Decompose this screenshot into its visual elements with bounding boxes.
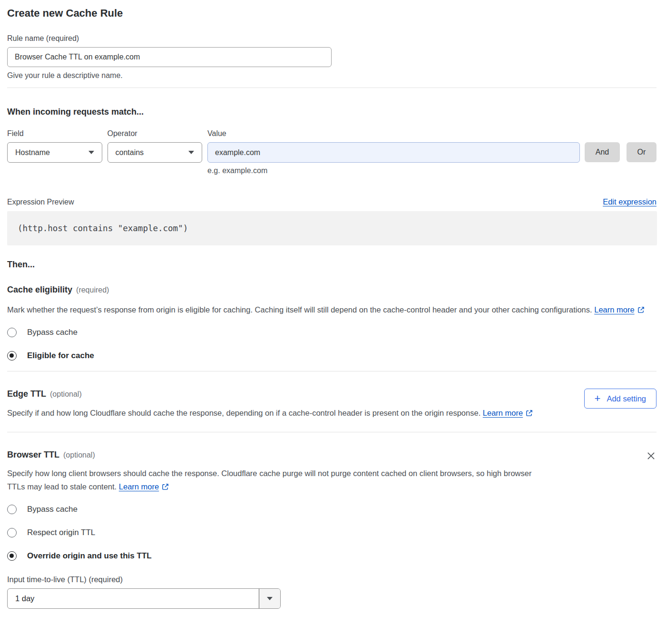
create-cache-rule-form: Create new Cache Rule Rule name (require…: [0, 0, 666, 644]
browser-ttl-description: Specify how long client browsers should …: [7, 467, 540, 494]
value-input[interactable]: [207, 142, 580, 163]
operator-select-value: contains: [116, 148, 144, 157]
remove-browser-ttl-button[interactable]: [646, 450, 656, 461]
chevron-down-icon: [88, 151, 94, 154]
learn-more-link[interactable]: Learn more: [483, 409, 523, 417]
value-help: e.g. example.com: [207, 166, 580, 175]
expression-code-block: (http.host contains "example.com"): [7, 211, 657, 245]
radio-selected-icon[interactable]: [7, 551, 17, 561]
external-link-icon: [162, 481, 169, 494]
value-label: Value: [207, 129, 580, 138]
match-heading: When incoming requests match...: [7, 107, 656, 117]
edge-ttl-heading: Edge TTL: [7, 389, 46, 399]
add-setting-button[interactable]: + Add setting: [584, 389, 656, 409]
chevron-down-icon: [267, 597, 273, 600]
operator-label: Operator: [108, 129, 203, 138]
external-link-icon: [526, 407, 533, 420]
then-heading: Then...: [7, 259, 656, 270]
learn-more-link[interactable]: Learn more: [594, 305, 634, 314]
page-title: Create new Cache Rule: [7, 7, 656, 20]
section-divider: [7, 88, 656, 88]
chevron-down-icon: [188, 151, 194, 154]
operator-select[interactable]: contains: [108, 142, 203, 163]
ttl-select-arrow[interactable]: [259, 589, 280, 608]
ttl-input-label: Input time-to-live (TTL) (required): [7, 575, 656, 584]
expression-preview-label: Expression Preview: [7, 197, 74, 206]
radio-eligible-for-cache[interactable]: Eligible for cache: [7, 351, 656, 361]
radio-bypass-cache[interactable]: Bypass cache: [7, 505, 656, 514]
ttl-select-value: 1 day: [8, 589, 259, 608]
edit-expression-link[interactable]: Edit expression: [603, 197, 656, 206]
close-icon: [646, 451, 656, 460]
radio-respect-origin-ttl[interactable]: Respect origin TTL: [7, 528, 656, 537]
section-divider: [7, 432, 656, 432]
external-link-icon: [637, 304, 645, 317]
edge-ttl-description: Specify if and how long Cloudflare shoul…: [7, 406, 533, 420]
field-select[interactable]: Hostname: [7, 142, 102, 163]
optional-tag: (optional): [50, 390, 82, 398]
radio-bypass-cache[interactable]: Bypass cache: [7, 328, 656, 337]
radio-override-origin-ttl[interactable]: Override origin and use this TTL: [7, 551, 656, 561]
expression-code: (http.host contains "example.com"): [18, 224, 188, 233]
radio-icon[interactable]: [7, 505, 17, 514]
cache-eligibility-description: Mark whether the request’s response from…: [7, 303, 647, 317]
rule-name-input[interactable]: [7, 47, 332, 67]
cache-eligibility-options: Bypass cache Eligible for cache: [7, 328, 656, 361]
ttl-select[interactable]: 1 day: [7, 588, 281, 609]
section-divider: [7, 371, 656, 371]
rule-name-label: Rule name (required): [7, 34, 656, 43]
field-select-value: Hostname: [15, 148, 50, 157]
browser-ttl-options: Bypass cache Respect origin TTL Override…: [7, 505, 656, 561]
browser-ttl-heading: Browser TTL: [7, 450, 59, 459]
field-label: Field: [7, 129, 102, 138]
and-button[interactable]: And: [585, 142, 620, 162]
required-tag: (required): [76, 286, 109, 294]
cache-eligibility-heading: Cache eligibility: [7, 285, 72, 294]
learn-more-link[interactable]: Learn more: [119, 482, 159, 491]
radio-selected-icon[interactable]: [7, 351, 17, 361]
rule-name-help: Give your rule a descriptive name.: [7, 71, 656, 80]
optional-tag: (optional): [63, 451, 95, 459]
plus-icon: +: [595, 393, 601, 404]
radio-icon[interactable]: [7, 328, 17, 337]
or-button[interactable]: Or: [627, 142, 656, 162]
radio-icon[interactable]: [7, 528, 17, 537]
